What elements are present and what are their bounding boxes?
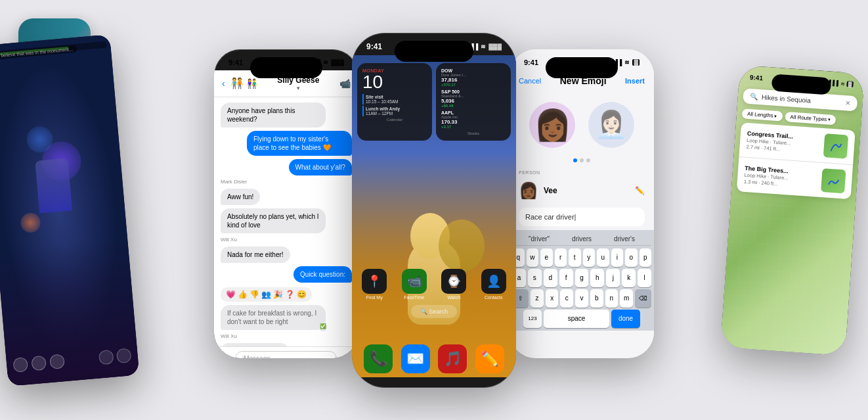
key-u[interactable]: u [597,248,609,267]
stocks-widget[interactable]: DOW Dow Jones I... 37,816 +570.17 S&P 50… [436,63,511,141]
dock-music[interactable]: 🎵 [438,344,467,373]
key-w[interactable]: w [527,248,539,267]
dock-mail[interactable]: ✉️ [401,344,430,373]
key-r[interactable]: r [555,248,567,267]
msg-row-7: Quick question: [221,266,352,283]
dynamic-island-map [771,74,832,95]
emoji-reactions-bar[interactable]: 💗👍👎👥🎉❓😊 [221,287,312,302]
key-j[interactable]: j [606,269,620,287]
message-input[interactable]: iMessage [235,351,337,358]
app-watch[interactable]: ⌚ Watch [437,269,471,300]
key-c[interactable]: c [560,289,573,308]
home-content: MONDAY 10 Site visit 10:15 – 10:45AM Lun… [352,55,516,377]
hike-1-thumbnail [823,133,848,158]
person-avatar-icon: 👩🏾 [519,181,538,200]
control-2[interactable] [31,355,47,371]
msg-row-5: Absolutely no plans yet, which I kind of… [221,208,352,233]
msg-bubble: What about y'all? [289,159,352,175]
emoji-phone: 9:41 ▐▐▐ ≋ ▓ Cancel New Emoji Insert 👩🏾 … [510,49,654,358]
key-delete[interactable]: ⌫ [635,289,651,308]
app-facetime[interactable]: 📹 FaceTime [397,269,432,300]
wifi-map: ≋ [840,80,845,86]
message-list: Anyone have plans this weekend? Flying d… [214,97,358,346]
calendar-day-number: 10 [362,73,427,91]
msg-bubble: Nada for me either! [221,246,290,263]
key-d[interactable]: d [544,269,557,287]
back-button[interactable]: ‹ [222,78,225,89]
key-b[interactable]: b [590,289,603,308]
key-y[interactable]: y [583,248,596,267]
suggestion-2[interactable]: drivers [572,235,592,243]
key-h[interactable]: h [590,269,604,287]
emoji-avatar-1[interactable]: 👩🏾 [529,102,575,148]
key-done[interactable]: done [611,310,640,328]
chevron-down-icon: ▾ [774,113,777,118]
key-e[interactable]: e [540,248,553,267]
dock-phone[interactable]: 📞 [364,344,393,373]
control-1[interactable] [12,357,28,373]
calendar-event-1: Site visit 10:15 – 10:45AM [362,94,427,105]
filter-route-label: All Route Types [790,114,827,122]
key-i[interactable]: i [611,248,624,267]
emoji-input-area[interactable]: Race car driver| [519,208,645,226]
app-grid: 📍 Find My 📹 FaceTime ⌚ Watch 👤 Contacts [352,264,516,305]
sender-label: Mark Disler [221,179,352,185]
key-x[interactable]: x [546,289,559,308]
key-n[interactable]: n [605,289,618,308]
hike-2-thumbnail [821,168,846,193]
time-map: 9:41 [750,73,764,81]
person-edit-button[interactable]: ✏️ [635,186,645,195]
key-m[interactable]: m [620,289,633,308]
home-widgets: MONDAY 10 Site visit 10:15 – 10:45AM Lun… [352,58,516,146]
msg-bubble: Haha I second that [221,343,289,346]
filter-length-label: All Lengths [747,110,773,118]
suggestion-3[interactable]: driver's [614,235,635,243]
messages-content: ‹ 🧑‍🤝‍🧑 👫 Silly Geese ▾ 📹 Anyone have pl… [214,70,358,346]
calendar-widget[interactable]: MONDAY 10 Site visit 10:15 – 10:45AM Lun… [357,63,432,141]
msg-row-2: Flying down to my sister's place to see … [221,131,352,156]
key-t[interactable]: t [569,248,581,267]
insert-button[interactable]: Insert [625,77,645,85]
key-l[interactable]: l [638,269,651,287]
message-input-bar[interactable]: ＋ iMessage 🎤 [214,346,358,358]
msg-row-4: Aww fun! [221,189,352,205]
cancel-button[interactable]: Cancel [519,77,541,85]
spotlight-search[interactable]: 🔍 Search [411,305,457,318]
hike-2-info: The Big Trees... Loop Hike · Tulare... 1… [744,164,817,189]
home-phone: 9:41 ▐▐▐ ≋ ▓▓▓ MONDAY 10 [352,33,516,388]
calendar-events: Site visit 10:15 – 10:45AM Lunch with An… [362,94,427,116]
person-row: 👩🏾 Vee ✏️ [510,177,654,204]
search-icon-home: 🔍 [420,308,427,315]
key-f[interactable]: f [559,269,573,287]
stock-dow: DOW Dow Jones I... 37,816 +570.17 [441,68,506,87]
key-z[interactable]: z [531,289,544,308]
msg-row-1: Anyone have plans this weekend? [221,103,352,128]
keyboard-row-2: a s d f g h j k l [512,269,651,287]
suggestion-1[interactable]: "driver" [529,235,550,243]
key-v[interactable]: v [575,289,588,308]
key-k[interactable]: k [622,269,636,287]
key-o[interactable]: o [625,248,638,267]
emoji-avatar-2[interactable]: 👩🏻‍💼 [588,102,634,148]
dock-notes[interactable]: ✏️ [475,344,504,373]
stock-aapl: AAPL Apple Inc. 170.33 +3.17 [441,110,506,129]
msg-bubble: Flying down to my sister's place to see … [247,131,352,156]
app-find-my[interactable]: 📍 Find My [357,269,392,300]
search-clear-button[interactable]: ✕ [845,99,851,107]
dynamic-island-emoji [546,57,618,78]
battery-icon: ▓▓▓ [331,59,344,66]
stocks-widget-label: Stocks [441,131,506,135]
hike-list: Congress Trail... Loop Hike · Tulare... … [737,122,856,199]
video-call-icon[interactable]: 📹 [339,78,351,89]
key-g[interactable]: g [575,269,589,287]
key-p[interactable]: p [640,248,652,267]
key-s[interactable]: s [528,269,542,287]
key-numbers[interactable]: 123 [523,310,542,328]
emoji-keyboard: "driver" drivers driver's q w e r t y u … [510,230,654,331]
control-3[interactable] [49,354,65,369]
key-space[interactable]: space [544,310,609,328]
dot-3 [586,158,590,162]
dot-1 [573,158,577,162]
time-home: 9:41 [366,42,382,51]
app-contacts[interactable]: 👤 Contacts [477,269,511,300]
